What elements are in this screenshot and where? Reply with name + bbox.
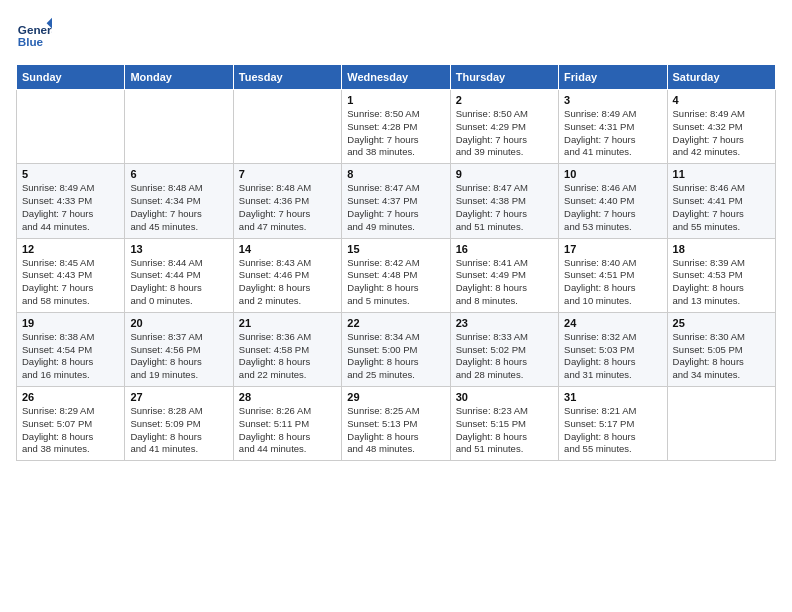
day-info: Sunrise: 8:21 AM Sunset: 5:17 PM Dayligh… bbox=[564, 405, 661, 456]
weekday-tuesday: Tuesday bbox=[233, 65, 341, 90]
day-number: 17 bbox=[564, 243, 661, 255]
day-number: 31 bbox=[564, 391, 661, 403]
calendar-cell: 5Sunrise: 8:49 AM Sunset: 4:33 PM Daylig… bbox=[17, 164, 125, 238]
calendar-cell: 19Sunrise: 8:38 AM Sunset: 4:54 PM Dayli… bbox=[17, 312, 125, 386]
day-info: Sunrise: 8:44 AM Sunset: 4:44 PM Dayligh… bbox=[130, 257, 227, 308]
calendar-cell: 24Sunrise: 8:32 AM Sunset: 5:03 PM Dayli… bbox=[559, 312, 667, 386]
calendar-cell bbox=[125, 90, 233, 164]
day-info: Sunrise: 8:45 AM Sunset: 4:43 PM Dayligh… bbox=[22, 257, 119, 308]
calendar-cell: 2Sunrise: 8:50 AM Sunset: 4:29 PM Daylig… bbox=[450, 90, 558, 164]
calendar-cell: 20Sunrise: 8:37 AM Sunset: 4:56 PM Dayli… bbox=[125, 312, 233, 386]
calendar-cell bbox=[667, 387, 775, 461]
day-number: 5 bbox=[22, 168, 119, 180]
calendar-table: SundayMondayTuesdayWednesdayThursdayFrid… bbox=[16, 64, 776, 461]
calendar-cell: 10Sunrise: 8:46 AM Sunset: 4:40 PM Dayli… bbox=[559, 164, 667, 238]
day-number: 27 bbox=[130, 391, 227, 403]
calendar-cell bbox=[233, 90, 341, 164]
day-number: 23 bbox=[456, 317, 553, 329]
day-number: 12 bbox=[22, 243, 119, 255]
logo: General Blue bbox=[16, 16, 56, 52]
calendar-cell: 12Sunrise: 8:45 AM Sunset: 4:43 PM Dayli… bbox=[17, 238, 125, 312]
calendar-cell: 31Sunrise: 8:21 AM Sunset: 5:17 PM Dayli… bbox=[559, 387, 667, 461]
logo-icon: General Blue bbox=[16, 16, 52, 52]
day-number: 25 bbox=[673, 317, 770, 329]
page-header: General Blue bbox=[16, 16, 776, 52]
day-info: Sunrise: 8:40 AM Sunset: 4:51 PM Dayligh… bbox=[564, 257, 661, 308]
day-info: Sunrise: 8:47 AM Sunset: 4:37 PM Dayligh… bbox=[347, 182, 444, 233]
day-number: 2 bbox=[456, 94, 553, 106]
day-number: 22 bbox=[347, 317, 444, 329]
calendar-cell: 27Sunrise: 8:28 AM Sunset: 5:09 PM Dayli… bbox=[125, 387, 233, 461]
calendar-cell: 16Sunrise: 8:41 AM Sunset: 4:49 PM Dayli… bbox=[450, 238, 558, 312]
day-info: Sunrise: 8:48 AM Sunset: 4:36 PM Dayligh… bbox=[239, 182, 336, 233]
day-number: 10 bbox=[564, 168, 661, 180]
day-number: 14 bbox=[239, 243, 336, 255]
week-row-4: 19Sunrise: 8:38 AM Sunset: 4:54 PM Dayli… bbox=[17, 312, 776, 386]
day-info: Sunrise: 8:30 AM Sunset: 5:05 PM Dayligh… bbox=[673, 331, 770, 382]
day-number: 19 bbox=[22, 317, 119, 329]
calendar-cell: 22Sunrise: 8:34 AM Sunset: 5:00 PM Dayli… bbox=[342, 312, 450, 386]
calendar-cell: 9Sunrise: 8:47 AM Sunset: 4:38 PM Daylig… bbox=[450, 164, 558, 238]
calendar-cell: 26Sunrise: 8:29 AM Sunset: 5:07 PM Dayli… bbox=[17, 387, 125, 461]
day-info: Sunrise: 8:38 AM Sunset: 4:54 PM Dayligh… bbox=[22, 331, 119, 382]
calendar-cell: 18Sunrise: 8:39 AM Sunset: 4:53 PM Dayli… bbox=[667, 238, 775, 312]
calendar-cell: 17Sunrise: 8:40 AM Sunset: 4:51 PM Dayli… bbox=[559, 238, 667, 312]
day-info: Sunrise: 8:42 AM Sunset: 4:48 PM Dayligh… bbox=[347, 257, 444, 308]
weekday-friday: Friday bbox=[559, 65, 667, 90]
day-info: Sunrise: 8:25 AM Sunset: 5:13 PM Dayligh… bbox=[347, 405, 444, 456]
calendar-cell: 3Sunrise: 8:49 AM Sunset: 4:31 PM Daylig… bbox=[559, 90, 667, 164]
day-info: Sunrise: 8:46 AM Sunset: 4:40 PM Dayligh… bbox=[564, 182, 661, 233]
calendar-cell: 14Sunrise: 8:43 AM Sunset: 4:46 PM Dayli… bbox=[233, 238, 341, 312]
day-number: 1 bbox=[347, 94, 444, 106]
day-info: Sunrise: 8:43 AM Sunset: 4:46 PM Dayligh… bbox=[239, 257, 336, 308]
calendar-cell: 29Sunrise: 8:25 AM Sunset: 5:13 PM Dayli… bbox=[342, 387, 450, 461]
calendar-cell: 25Sunrise: 8:30 AM Sunset: 5:05 PM Dayli… bbox=[667, 312, 775, 386]
calendar-cell: 21Sunrise: 8:36 AM Sunset: 4:58 PM Dayli… bbox=[233, 312, 341, 386]
day-number: 15 bbox=[347, 243, 444, 255]
calendar-cell: 4Sunrise: 8:49 AM Sunset: 4:32 PM Daylig… bbox=[667, 90, 775, 164]
weekday-thursday: Thursday bbox=[450, 65, 558, 90]
day-number: 18 bbox=[673, 243, 770, 255]
calendar-cell bbox=[17, 90, 125, 164]
week-row-1: 1Sunrise: 8:50 AM Sunset: 4:28 PM Daylig… bbox=[17, 90, 776, 164]
weekday-wednesday: Wednesday bbox=[342, 65, 450, 90]
week-row-5: 26Sunrise: 8:29 AM Sunset: 5:07 PM Dayli… bbox=[17, 387, 776, 461]
day-number: 6 bbox=[130, 168, 227, 180]
week-row-2: 5Sunrise: 8:49 AM Sunset: 4:33 PM Daylig… bbox=[17, 164, 776, 238]
week-row-3: 12Sunrise: 8:45 AM Sunset: 4:43 PM Dayli… bbox=[17, 238, 776, 312]
day-info: Sunrise: 8:49 AM Sunset: 4:31 PM Dayligh… bbox=[564, 108, 661, 159]
weekday-monday: Monday bbox=[125, 65, 233, 90]
day-number: 9 bbox=[456, 168, 553, 180]
day-info: Sunrise: 8:34 AM Sunset: 5:00 PM Dayligh… bbox=[347, 331, 444, 382]
svg-text:Blue: Blue bbox=[18, 35, 44, 48]
calendar-cell: 1Sunrise: 8:50 AM Sunset: 4:28 PM Daylig… bbox=[342, 90, 450, 164]
day-number: 8 bbox=[347, 168, 444, 180]
day-info: Sunrise: 8:50 AM Sunset: 4:28 PM Dayligh… bbox=[347, 108, 444, 159]
day-info: Sunrise: 8:33 AM Sunset: 5:02 PM Dayligh… bbox=[456, 331, 553, 382]
day-number: 16 bbox=[456, 243, 553, 255]
day-info: Sunrise: 8:47 AM Sunset: 4:38 PM Dayligh… bbox=[456, 182, 553, 233]
day-number: 24 bbox=[564, 317, 661, 329]
calendar-cell: 15Sunrise: 8:42 AM Sunset: 4:48 PM Dayli… bbox=[342, 238, 450, 312]
weekday-header-row: SundayMondayTuesdayWednesdayThursdayFrid… bbox=[17, 65, 776, 90]
calendar-cell: 28Sunrise: 8:26 AM Sunset: 5:11 PM Dayli… bbox=[233, 387, 341, 461]
day-number: 11 bbox=[673, 168, 770, 180]
day-info: Sunrise: 8:26 AM Sunset: 5:11 PM Dayligh… bbox=[239, 405, 336, 456]
calendar-cell: 13Sunrise: 8:44 AM Sunset: 4:44 PM Dayli… bbox=[125, 238, 233, 312]
calendar-cell: 23Sunrise: 8:33 AM Sunset: 5:02 PM Dayli… bbox=[450, 312, 558, 386]
day-info: Sunrise: 8:32 AM Sunset: 5:03 PM Dayligh… bbox=[564, 331, 661, 382]
day-info: Sunrise: 8:49 AM Sunset: 4:32 PM Dayligh… bbox=[673, 108, 770, 159]
day-info: Sunrise: 8:37 AM Sunset: 4:56 PM Dayligh… bbox=[130, 331, 227, 382]
calendar-cell: 8Sunrise: 8:47 AM Sunset: 4:37 PM Daylig… bbox=[342, 164, 450, 238]
calendar-cell: 11Sunrise: 8:46 AM Sunset: 4:41 PM Dayli… bbox=[667, 164, 775, 238]
calendar-cell: 7Sunrise: 8:48 AM Sunset: 4:36 PM Daylig… bbox=[233, 164, 341, 238]
weekday-sunday: Sunday bbox=[17, 65, 125, 90]
day-number: 20 bbox=[130, 317, 227, 329]
day-info: Sunrise: 8:41 AM Sunset: 4:49 PM Dayligh… bbox=[456, 257, 553, 308]
calendar-cell: 6Sunrise: 8:48 AM Sunset: 4:34 PM Daylig… bbox=[125, 164, 233, 238]
day-info: Sunrise: 8:49 AM Sunset: 4:33 PM Dayligh… bbox=[22, 182, 119, 233]
calendar-cell: 30Sunrise: 8:23 AM Sunset: 5:15 PM Dayli… bbox=[450, 387, 558, 461]
day-number: 26 bbox=[22, 391, 119, 403]
day-number: 13 bbox=[130, 243, 227, 255]
day-number: 21 bbox=[239, 317, 336, 329]
